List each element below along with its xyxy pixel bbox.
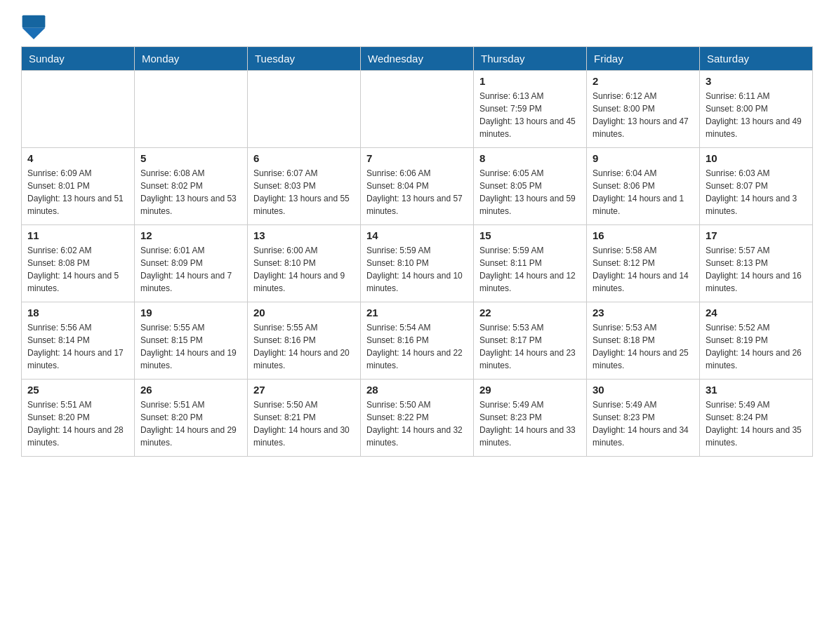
day-number: 17	[706, 229, 807, 241]
calendar-cell: 29Sunrise: 5:49 AMSunset: 8:23 PMDayligh…	[474, 380, 587, 457]
day-number: 5	[140, 152, 241, 164]
day-number: 24	[706, 307, 807, 318]
day-info: Sunrise: 6:08 AMSunset: 8:02 PMDaylight:…	[140, 167, 241, 217]
day-info: Sunrise: 6:00 AMSunset: 8:10 PMDaylight:…	[253, 244, 355, 295]
calendar-cell	[22, 71, 135, 148]
day-info: Sunrise: 6:11 AMSunset: 8:00 PMDaylight:…	[706, 90, 807, 140]
day-number: 3	[706, 75, 807, 87]
day-info: Sunrise: 5:49 AMSunset: 8:23 PMDaylight:…	[479, 398, 581, 449]
day-of-week-header: Friday	[587, 47, 700, 71]
day-info: Sunrise: 5:52 AMSunset: 8:19 PMDaylight:…	[706, 321, 807, 372]
day-number: 30	[593, 384, 694, 396]
calendar-cell: 5Sunrise: 6:08 AMSunset: 8:02 PMDaylight…	[135, 148, 248, 225]
day-number: 1	[479, 75, 581, 87]
svg-marker-1	[22, 28, 46, 39]
calendar-cell: 2Sunrise: 6:12 AMSunset: 8:00 PMDaylight…	[587, 71, 700, 148]
calendar-cell: 13Sunrise: 6:00 AMSunset: 8:10 PMDayligh…	[248, 225, 361, 302]
day-info: Sunrise: 5:57 AMSunset: 8:13 PMDaylight:…	[706, 244, 807, 295]
day-info: Sunrise: 5:49 AMSunset: 8:24 PMDaylight:…	[706, 398, 807, 449]
calendar-cell: 28Sunrise: 5:50 AMSunset: 8:22 PMDayligh…	[361, 380, 474, 457]
day-of-week-header: Tuesday	[248, 47, 361, 71]
day-number: 27	[253, 384, 355, 396]
calendar-week-row: 1Sunrise: 6:13 AMSunset: 7:59 PMDaylight…	[22, 71, 813, 148]
calendar-cell: 26Sunrise: 5:51 AMSunset: 8:20 PMDayligh…	[135, 380, 248, 457]
day-number: 4	[27, 152, 128, 164]
day-info: Sunrise: 6:01 AMSunset: 8:09 PMDaylight:…	[140, 244, 241, 295]
day-info: Sunrise: 5:51 AMSunset: 8:20 PMDaylight:…	[140, 398, 241, 449]
day-info: Sunrise: 6:02 AMSunset: 8:08 PMDaylight:…	[27, 244, 128, 295]
day-info: Sunrise: 5:54 AMSunset: 8:16 PMDaylight:…	[366, 321, 468, 372]
day-info: Sunrise: 6:04 AMSunset: 8:06 PMDaylight:…	[593, 167, 694, 217]
calendar-cell	[248, 71, 361, 148]
day-of-week-header: Monday	[135, 47, 248, 71]
day-number: 11	[27, 229, 128, 241]
day-number: 19	[140, 307, 241, 318]
calendar-cell: 16Sunrise: 5:58 AMSunset: 8:12 PMDayligh…	[587, 225, 700, 302]
calendar-cell: 27Sunrise: 5:50 AMSunset: 8:21 PMDayligh…	[248, 380, 361, 457]
calendar-cell	[361, 71, 474, 148]
calendar-week-row: 4Sunrise: 6:09 AMSunset: 8:01 PMDaylight…	[22, 148, 813, 225]
day-number: 16	[593, 229, 694, 241]
day-number: 6	[253, 152, 355, 164]
calendar-week-row: 25Sunrise: 5:51 AMSunset: 8:20 PMDayligh…	[22, 380, 813, 457]
calendar-cell: 24Sunrise: 5:52 AMSunset: 8:19 PMDayligh…	[700, 302, 813, 380]
calendar-cell: 4Sunrise: 6:09 AMSunset: 8:01 PMDaylight…	[22, 148, 135, 225]
day-info: Sunrise: 6:05 AMSunset: 8:05 PMDaylight:…	[479, 167, 581, 217]
day-number: 31	[706, 384, 807, 396]
calendar-cell: 22Sunrise: 5:53 AMSunset: 8:17 PMDayligh…	[474, 302, 587, 380]
day-info: Sunrise: 5:50 AMSunset: 8:21 PMDaylight:…	[253, 398, 355, 449]
calendar-cell: 12Sunrise: 6:01 AMSunset: 8:09 PMDayligh…	[135, 225, 248, 302]
day-number: 13	[253, 229, 355, 241]
calendar-cell: 15Sunrise: 5:59 AMSunset: 8:11 PMDayligh…	[474, 225, 587, 302]
calendar-cell: 1Sunrise: 6:13 AMSunset: 7:59 PMDaylight…	[474, 71, 587, 148]
day-number: 22	[479, 307, 581, 318]
day-of-week-header: Sunday	[22, 47, 135, 71]
day-info: Sunrise: 5:50 AMSunset: 8:22 PMDaylight:…	[366, 398, 468, 449]
day-number: 15	[479, 229, 581, 241]
day-info: Sunrise: 5:53 AMSunset: 8:18 PMDaylight:…	[593, 321, 694, 372]
day-info: Sunrise: 5:59 AMSunset: 8:10 PMDaylight:…	[366, 244, 468, 295]
calendar-week-row: 18Sunrise: 5:56 AMSunset: 8:14 PMDayligh…	[22, 302, 813, 380]
day-number: 20	[253, 307, 355, 318]
day-info: Sunrise: 5:53 AMSunset: 8:17 PMDaylight:…	[479, 321, 581, 372]
day-number: 14	[366, 229, 468, 241]
day-number: 8	[479, 152, 581, 164]
calendar-cell	[135, 71, 248, 148]
svg-rect-0	[22, 15, 46, 28]
logo-icon	[21, 14, 46, 39]
day-number: 10	[706, 152, 807, 164]
day-info: Sunrise: 5:59 AMSunset: 8:11 PMDaylight:…	[479, 244, 581, 295]
logo	[21, 14, 51, 39]
calendar-week-row: 11Sunrise: 6:02 AMSunset: 8:08 PMDayligh…	[22, 225, 813, 302]
calendar-cell: 11Sunrise: 6:02 AMSunset: 8:08 PMDayligh…	[22, 225, 135, 302]
day-info: Sunrise: 6:13 AMSunset: 7:59 PMDaylight:…	[479, 90, 581, 140]
day-number: 2	[593, 75, 694, 87]
calendar-cell: 31Sunrise: 5:49 AMSunset: 8:24 PMDayligh…	[700, 380, 813, 457]
day-info: Sunrise: 5:49 AMSunset: 8:23 PMDaylight:…	[593, 398, 694, 449]
calendar-cell: 25Sunrise: 5:51 AMSunset: 8:20 PMDayligh…	[22, 380, 135, 457]
day-info: Sunrise: 5:51 AMSunset: 8:20 PMDaylight:…	[27, 398, 128, 449]
day-number: 21	[366, 307, 468, 318]
day-info: Sunrise: 6:09 AMSunset: 8:01 PMDaylight:…	[27, 167, 128, 217]
day-number: 7	[366, 152, 468, 164]
day-number: 29	[479, 384, 581, 396]
calendar-cell: 10Sunrise: 6:03 AMSunset: 8:07 PMDayligh…	[700, 148, 813, 225]
page-header	[21, 14, 813, 39]
day-info: Sunrise: 5:55 AMSunset: 8:16 PMDaylight:…	[253, 321, 355, 372]
calendar-cell: 14Sunrise: 5:59 AMSunset: 8:10 PMDayligh…	[361, 225, 474, 302]
calendar-cell: 9Sunrise: 6:04 AMSunset: 8:06 PMDaylight…	[587, 148, 700, 225]
day-info: Sunrise: 6:12 AMSunset: 8:00 PMDaylight:…	[593, 90, 694, 140]
day-number: 18	[27, 307, 128, 318]
day-of-week-header: Saturday	[700, 47, 813, 71]
day-number: 9	[593, 152, 694, 164]
day-info: Sunrise: 5:55 AMSunset: 8:15 PMDaylight:…	[140, 321, 241, 372]
day-number: 25	[27, 384, 128, 396]
calendar-cell: 3Sunrise: 6:11 AMSunset: 8:00 PMDaylight…	[700, 71, 813, 148]
calendar-cell: 23Sunrise: 5:53 AMSunset: 8:18 PMDayligh…	[587, 302, 700, 380]
calendar-cell: 17Sunrise: 5:57 AMSunset: 8:13 PMDayligh…	[700, 225, 813, 302]
day-of-week-header: Wednesday	[361, 47, 474, 71]
calendar-cell: 18Sunrise: 5:56 AMSunset: 8:14 PMDayligh…	[22, 302, 135, 380]
calendar-table: SundayMondayTuesdayWednesdayThursdayFrid…	[21, 46, 813, 457]
calendar-cell: 6Sunrise: 6:07 AMSunset: 8:03 PMDaylight…	[248, 148, 361, 225]
day-number: 26	[140, 384, 241, 396]
